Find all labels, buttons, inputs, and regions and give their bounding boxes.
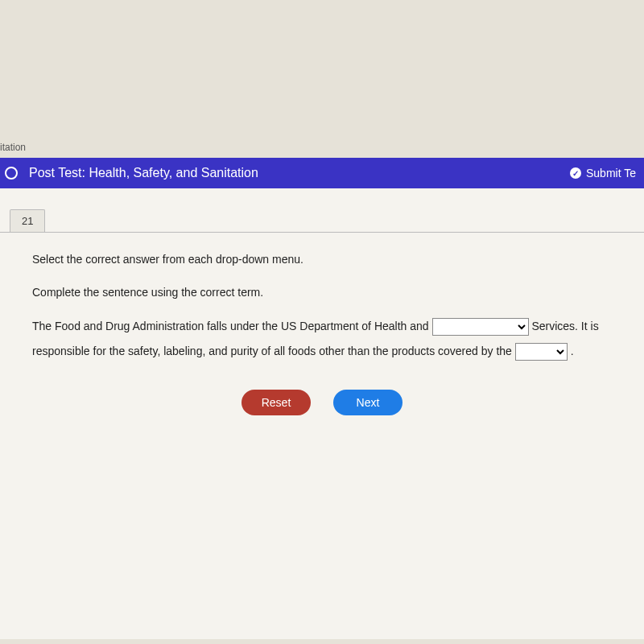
breadcrumb: itation: [0, 137, 644, 158]
instruction-primary: Select the correct answer from each drop…: [32, 249, 612, 270]
app-viewport: itation Post Test: Health, Safety, and S…: [0, 0, 644, 644]
nav-ring-icon[interactable]: [5, 167, 18, 180]
question-number-tab[interactable]: 21: [10, 209, 45, 232]
page-title: Post Test: Health, Safety, and Sanitatio…: [29, 166, 258, 180]
next-button[interactable]: Next: [333, 390, 402, 415]
title-bar: Post Test: Health, Safety, and Sanitatio…: [0, 158, 644, 188]
submit-test-button[interactable]: ✓ Submit Te: [570, 167, 636, 180]
instruction-secondary: Complete the sentence using the correct …: [32, 282, 612, 303]
question-body: Select the correct answer from each drop…: [0, 233, 644, 415]
title-left: Post Test: Health, Safety, and Sanitatio…: [29, 166, 258, 180]
question-number: 21: [22, 215, 33, 227]
submit-label: Submit Te: [586, 167, 636, 180]
blank-1-dropdown[interactable]: [432, 318, 529, 336]
sentence-part-1: The Food and Drug Administration falls u…: [32, 320, 432, 332]
reset-button[interactable]: Reset: [242, 390, 311, 415]
button-row: Reset Next: [32, 390, 612, 415]
question-sentence: The Food and Drug Administration falls u…: [32, 314, 612, 364]
blank-2-dropdown[interactable]: [515, 343, 568, 361]
sentence-part-3: .: [571, 345, 574, 357]
question-tabstrip: 21: [0, 209, 644, 233]
breadcrumb-text: itation: [0, 142, 26, 153]
check-icon: ✓: [570, 167, 581, 179]
content-area: 21 Select the correct answer from each d…: [0, 188, 644, 639]
